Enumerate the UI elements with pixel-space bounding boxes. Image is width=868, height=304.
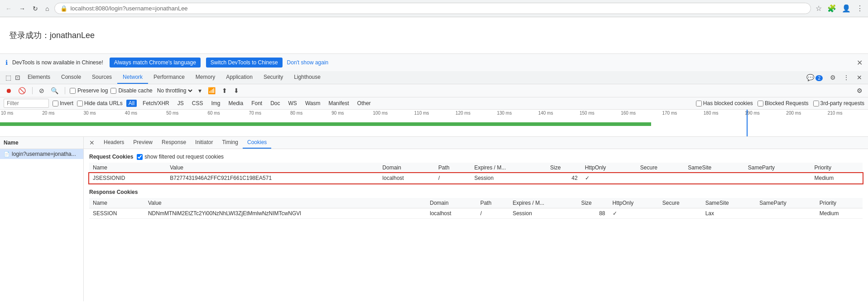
col-path: Path (435, 163, 470, 173)
home-button[interactable]: ⌂ (43, 4, 51, 13)
request-item[interactable]: 📄 login?username=jonatha... (0, 149, 83, 159)
show-filtered-text: show filtered out request cookies (144, 154, 224, 160)
browser-actions: ☆ 🧩 👤 ⋮ (815, 3, 864, 14)
hide-data-urls-label[interactable]: Hide data URLs (77, 100, 123, 106)
forward-button[interactable]: → (17, 4, 27, 13)
filter-input[interactable] (4, 99, 49, 108)
tab-memory[interactable]: Memory (190, 71, 221, 84)
settings-button[interactable]: ⚙ (828, 72, 838, 82)
filter-type-media[interactable]: Media (226, 100, 245, 107)
filter-type-manifest[interactable]: Manifest (326, 100, 351, 107)
inspect-element-button[interactable]: ⬚ (4, 73, 13, 82)
tab-performance[interactable]: Performance (148, 71, 190, 84)
network-settings-button[interactable]: ⚙ (855, 86, 864, 95)
blocked-requests-label[interactable]: Blocked Requests (758, 100, 809, 106)
toolbar-separator-1 (32, 87, 33, 94)
preserve-log-checkbox[interactable] (70, 88, 76, 94)
device-toolbar-button[interactable]: ⊡ (13, 73, 22, 82)
download-button[interactable]: ⬇ (232, 86, 241, 95)
col-size: Size (547, 163, 581, 173)
resp-col-size: Size (577, 198, 609, 208)
table-row[interactable]: JSESSIONID B7277431946A2FFC921F661C198EA… (89, 173, 863, 183)
back-button[interactable]: ← (4, 4, 14, 13)
tab-elements[interactable]: Elements (22, 71, 56, 84)
disable-cache-label[interactable]: Disable cache (110, 87, 152, 94)
notification-close-button[interactable]: ✕ (857, 58, 863, 67)
filter-type-doc[interactable]: Doc (268, 100, 282, 107)
cookie-name: JSESSIONID (89, 173, 166, 183)
switch-chinese-button[interactable]: Switch DevTools to Chinese (206, 58, 283, 68)
url-text: localhost:8080/login?username=jonathanLe… (70, 5, 187, 12)
filter-type-wasm[interactable]: Wasm (303, 100, 323, 107)
filter-type-all[interactable]: All (126, 100, 137, 107)
tab-security[interactable]: Security (258, 71, 288, 84)
detail-tabs: ✕ Headers Preview Response Initiator Tim… (84, 137, 868, 149)
devtools-tab-bar: ⬚ ⊡ Elements Console Sources Network Per… (0, 71, 868, 84)
detail-tab-preview[interactable]: Preview (129, 137, 157, 149)
tl-label-3: 30 ms (83, 111, 124, 116)
chat-button[interactable]: 💬 2 (804, 72, 825, 82)
throttling-arrow-button[interactable]: ▾ (197, 86, 203, 95)
detail-tab-initiator[interactable]: Initiator (191, 137, 217, 149)
reload-button[interactable]: ↻ (31, 4, 40, 13)
has-blocked-label[interactable]: Has blocked cookies (696, 100, 753, 106)
resp-cookie-httponly: ✓ (609, 208, 659, 219)
resp-cookie-priority: Medium (816, 208, 863, 219)
third-party-checkbox[interactable] (813, 101, 819, 106)
tl-label-2: 20 ms (41, 111, 82, 116)
hide-data-urls-checkbox[interactable] (77, 101, 83, 106)
dont-show-again-button[interactable]: Don't show again (287, 59, 329, 66)
tab-console[interactable]: Console (56, 71, 86, 84)
tl-label-8: 80 ms (289, 111, 331, 116)
table-row[interactable]: SESSION NDNmMTNiM2EtZTc2Yi00NzNhLWI3ZjEt… (89, 208, 863, 219)
tl-label-16: 160 ms (620, 111, 661, 116)
filter-type-css[interactable]: CSS (190, 100, 206, 107)
disable-cache-checkbox[interactable] (110, 88, 116, 94)
filter-button[interactable]: ⊘ (37, 86, 46, 95)
invert-checkbox[interactable] (53, 101, 58, 106)
has-blocked-checkbox[interactable] (696, 101, 702, 106)
filter-type-fetch[interactable]: Fetch/XHR (140, 100, 172, 107)
close-devtools-button[interactable]: ✕ (854, 72, 864, 82)
bookmark-button[interactable]: ☆ (815, 3, 823, 14)
detail-tab-headers[interactable]: Headers (99, 137, 129, 149)
invert-label[interactable]: Invert (53, 100, 73, 106)
detail-close-button[interactable]: ✕ (87, 138, 96, 147)
more-options-button[interactable]: ⋮ (841, 72, 852, 82)
detail-tab-response[interactable]: Response (157, 137, 191, 149)
tl-label-18: 180 ms (703, 111, 744, 116)
show-filtered-checkbox[interactable] (137, 154, 143, 160)
tab-lighthouse[interactable]: Lighthouse (288, 71, 326, 84)
filter-type-ws[interactable]: WS (286, 100, 299, 107)
throttling-select[interactable]: No throttling (155, 87, 194, 94)
resp-col-path: Path (477, 198, 509, 208)
filter-type-font[interactable]: Font (249, 100, 264, 107)
menu-button[interactable]: ⋮ (855, 3, 864, 14)
address-bar[interactable]: 🔒 localhost:8080/login?username=jonathan… (54, 3, 811, 14)
clear-button[interactable]: 🚫 (16, 86, 28, 95)
detail-tab-timing[interactable]: Timing (217, 137, 243, 149)
wifi-icon-button[interactable]: 📶 (206, 86, 217, 95)
tab-network[interactable]: Network (117, 71, 148, 84)
upload-button[interactable]: ⬆ (220, 86, 229, 95)
col-httponly: HttpOnly (581, 163, 637, 173)
filter-type-other[interactable]: Other (355, 100, 373, 107)
record-button[interactable]: ⏺ (4, 86, 14, 95)
extensions-button[interactable]: 🧩 (826, 3, 837, 14)
third-party-label[interactable]: 3rd-party requests (813, 100, 864, 106)
profile-button[interactable]: 👤 (841, 3, 852, 14)
tl-label-1: 10 ms (0, 111, 41, 116)
detail-tab-cookies[interactable]: Cookies (243, 137, 271, 149)
tab-application[interactable]: Application (221, 71, 258, 84)
filter-type-img[interactable]: Img (209, 100, 222, 107)
tab-sources[interactable]: Sources (86, 71, 117, 84)
filter-type-js[interactable]: JS (175, 100, 186, 107)
preserve-log-label[interactable]: Preserve log (70, 87, 108, 94)
blocked-requests-checkbox[interactable] (758, 101, 763, 106)
lock-icon: 🔒 (60, 5, 67, 12)
show-filtered-label[interactable]: show filtered out request cookies (137, 154, 224, 160)
search-network-button[interactable]: 🔍 (49, 86, 60, 95)
resp-col-secure: Secure (659, 198, 702, 208)
timeline-area[interactable]: 10 ms 20 ms 30 ms 40 ms 50 ms 60 ms 70 m… (0, 110, 868, 137)
match-language-button[interactable]: Always match Chrome's language (110, 58, 201, 68)
